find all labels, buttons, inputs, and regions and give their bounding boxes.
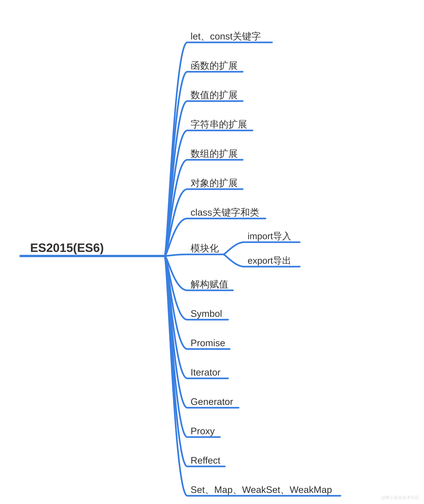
mindmap-canvas: ES2015(ES6) let、const关键字函数的扩展数值的扩展字符串的扩展… (0, 0, 424, 504)
child-node-4[interactable]: 数组的扩展 (191, 148, 238, 159)
child-node-3[interactable]: 字符串的扩展 (191, 119, 247, 129)
child-node-11[interactable]: Iterator (191, 367, 221, 377)
child-node-9[interactable]: Symbol (191, 308, 222, 319)
sub-node-7-1[interactable]: export导出 (248, 255, 291, 266)
child-node-0[interactable]: let、const关键字 (191, 31, 261, 41)
sub-node-7-0[interactable]: import导入 (248, 231, 291, 241)
child-node-13[interactable]: Proxy (191, 426, 215, 436)
branch-7 (164, 254, 223, 256)
child-node-14[interactable]: Reffect (191, 455, 220, 466)
watermark: @稀土掘金技术社区 (381, 495, 419, 500)
child-node-6[interactable]: class关键字和类 (191, 207, 259, 217)
root-node[interactable]: ES2015(ES6) (30, 241, 104, 255)
child-node-1[interactable]: 函数的扩展 (191, 60, 238, 71)
child-node-5[interactable]: 对象的扩展 (191, 178, 238, 188)
sub-branch-7-0 (223, 242, 300, 254)
child-node-12[interactable]: Generator (191, 396, 233, 407)
child-node-10[interactable]: Promise (191, 338, 225, 348)
child-node-2[interactable]: 数值的扩展 (191, 89, 238, 100)
child-node-8[interactable]: 解构赋值 (191, 279, 228, 289)
child-node-15[interactable]: Set、Map、WeakSet、WeakMap (191, 484, 332, 495)
branches-group: let、const关键字函数的扩展数值的扩展字符串的扩展数组的扩展对象的扩展cl… (164, 31, 340, 496)
child-node-7[interactable]: 模块化 (191, 243, 219, 253)
